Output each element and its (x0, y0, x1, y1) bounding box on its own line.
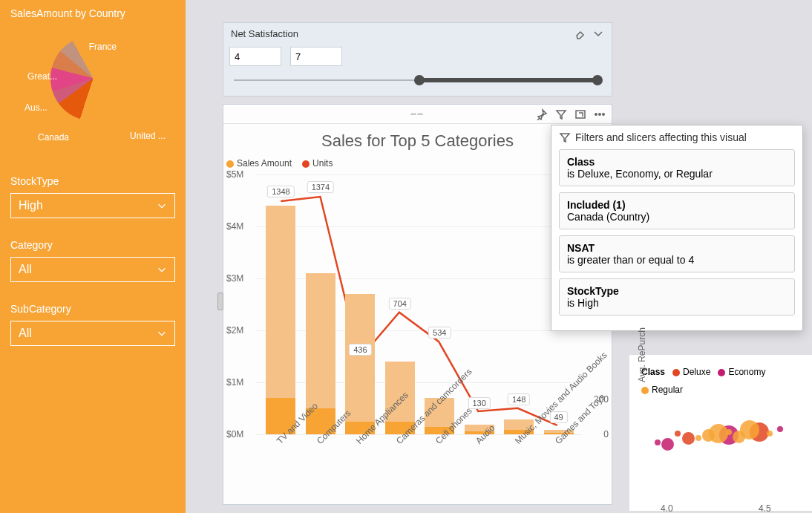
svg-rect-0 (576, 111, 585, 118)
legend-dot-deluxe (672, 369, 680, 376)
legend-deluxe: Deluxe (683, 367, 710, 377)
subcategory-slicer: SubCategory All (10, 303, 175, 346)
scatter-bubble[interactable] (767, 431, 773, 437)
scatter-bubble[interactable] (695, 435, 701, 441)
sat-slider[interactable] (234, 73, 601, 87)
pie-label-france: France (89, 42, 117, 52)
net-satisfaction-title: Net Satisfaction (231, 28, 298, 39)
legend-units: Units (312, 158, 333, 169)
scatter-plot[interactable]: 4.0 4.5 Ave (647, 398, 811, 502)
svg-point-2 (599, 113, 600, 114)
scatter-bubble[interactable] (682, 432, 695, 445)
filters-popover: Filters and slicers affecting this visua… (551, 125, 803, 331)
scatter-xtick-a: 4.0 (661, 503, 673, 513)
unit-label: 534 (428, 327, 451, 339)
more-options-icon[interactable] (594, 108, 606, 120)
chevron-down-icon[interactable] (592, 27, 604, 39)
legend-dot-units (302, 160, 310, 168)
unit-label: 704 (389, 298, 411, 310)
sat-low-input[interactable] (229, 47, 281, 66)
filter-card[interactable]: NSATis greater than or equal to 4 (559, 235, 795, 272)
category-value: All (19, 263, 32, 276)
unit-label: 436 (349, 344, 371, 356)
net-satisfaction-card: Net Satisfaction (223, 22, 612, 97)
funnel-icon (559, 131, 571, 143)
category-select[interactable]: All (10, 257, 175, 282)
svg-point-1 (595, 113, 597, 114)
chevron-down-icon (157, 328, 167, 339)
category-label: Category (10, 239, 175, 251)
subcategory-select[interactable]: All (10, 321, 175, 346)
sidebar: SalesAmount by Country France Great... A… (0, 0, 186, 513)
svg-point-3 (603, 113, 604, 114)
y-tick: $2M (226, 325, 243, 336)
pin-icon[interactable] (536, 108, 548, 120)
legend-sales: Sales Amount (237, 158, 292, 169)
chevron-down-icon (157, 200, 167, 211)
scatter-bubble[interactable] (675, 431, 681, 437)
scatter-bubble[interactable] (655, 440, 661, 445)
pie-card: SalesAmount by Country France Great... A… (10, 7, 175, 154)
chevron-down-icon (157, 264, 167, 275)
filter-card[interactable]: StockTypeis High (559, 278, 795, 316)
stocktype-select[interactable]: High (10, 193, 175, 218)
pie-label-great: Great... (27, 71, 57, 82)
pie-title: SalesAmount by Country (10, 7, 175, 19)
drag-handle-icon[interactable]: ══ (410, 110, 424, 118)
unit-label: 1374 (307, 181, 334, 193)
scatter-ylabel: Avg. RePurch (637, 318, 647, 392)
sat-handle-low[interactable] (414, 75, 425, 85)
subcategory-value: All (19, 327, 32, 340)
scatter-bubble[interactable] (726, 429, 732, 435)
y-tick: $1M (226, 377, 243, 388)
pie-label-canada: Canada (38, 132, 69, 143)
stocktype-value: High (19, 199, 43, 212)
scatter-bubble[interactable] (661, 438, 674, 451)
pie-label-united: United ... (130, 131, 166, 141)
stocktype-label: StockType (10, 175, 175, 187)
scatter-bubble[interactable] (777, 426, 783, 432)
sat-high-input[interactable] (290, 47, 342, 66)
pie-chart[interactable]: France Great... Aus... Canada United ... (33, 36, 152, 154)
y-tick: $3M (226, 273, 243, 284)
y-tick: $0M (226, 429, 243, 440)
filter-card[interactable]: Classis Deluxe, Economy, or Regular (559, 149, 795, 186)
legend-dot-sales (226, 160, 234, 168)
y-tick: $4M (226, 221, 243, 232)
y-tick: $5M (226, 169, 243, 180)
filter-icon[interactable] (555, 108, 567, 120)
eraser-icon[interactable] (574, 27, 586, 39)
legend-dot-economy (718, 369, 725, 376)
subcategory-label: SubCategory (10, 303, 175, 315)
scatter-card: Class Deluxe Economy Regular Avg. RePurc… (629, 355, 812, 511)
scatter-legend: Class Deluxe Economy Regular (629, 355, 812, 398)
legend-economy: Economy (728, 367, 765, 377)
category-slicer: Category All (10, 239, 175, 282)
legend-regular: Regular (652, 385, 683, 395)
filter-card[interactable]: Included (1)Canada (Country) (559, 192, 795, 229)
scatter-bubble[interactable] (740, 420, 759, 440)
focus-mode-icon[interactable] (574, 108, 586, 120)
filters-heading: Filters and slicers affecting this visua… (575, 131, 747, 143)
unit-label: 148 (508, 393, 530, 405)
scatter-xtick-b: 4.5 (759, 503, 771, 513)
main-chart-header: ══ (223, 105, 612, 124)
resize-handle[interactable] (217, 293, 223, 310)
pie-label-aus: Aus... (24, 102, 48, 113)
stocktype-slicer: StockType High (10, 175, 175, 218)
unit-label: 1348 (267, 186, 294, 197)
sat-handle-high[interactable] (592, 75, 603, 85)
